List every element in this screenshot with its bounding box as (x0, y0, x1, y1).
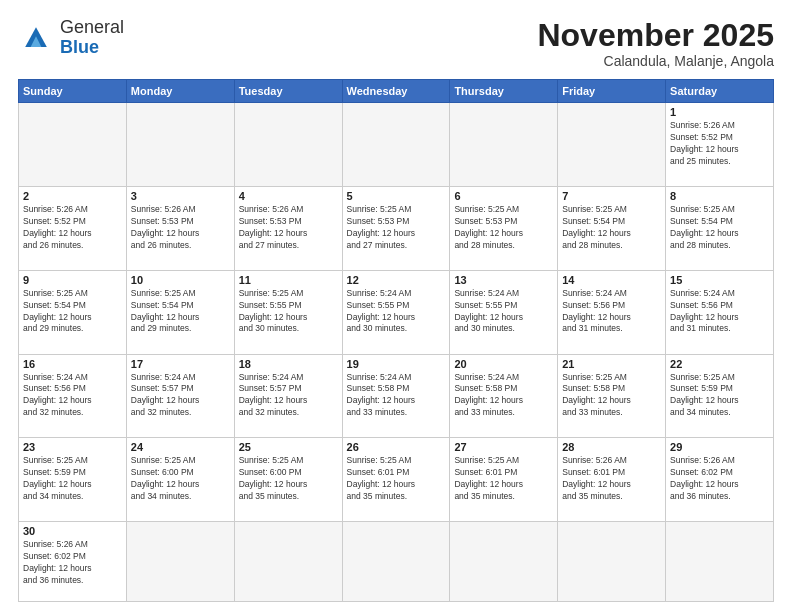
empty-cell (450, 103, 558, 187)
day-18: 18 Sunrise: 5:24 AM Sunset: 5:57 PM Dayl… (234, 354, 342, 438)
day-21: 21 Sunrise: 5:25 AM Sunset: 5:58 PM Dayl… (558, 354, 666, 438)
week-row-5: 23 Sunrise: 5:25 AM Sunset: 5:59 PM Dayl… (19, 438, 774, 522)
day-8: 8 Sunrise: 5:25 AM Sunset: 5:54 PM Dayli… (666, 186, 774, 270)
day-28: 28 Sunrise: 5:26 AM Sunset: 6:01 PM Dayl… (558, 438, 666, 522)
empty-cell (19, 103, 127, 187)
day-9: 9 Sunrise: 5:25 AM Sunset: 5:54 PM Dayli… (19, 270, 127, 354)
day-24: 24 Sunrise: 5:25 AM Sunset: 6:00 PM Dayl… (126, 438, 234, 522)
day-17: 17 Sunrise: 5:24 AM Sunset: 5:57 PM Dayl… (126, 354, 234, 438)
empty-cell (126, 522, 234, 602)
day-25: 25 Sunrise: 5:25 AM Sunset: 6:00 PM Dayl… (234, 438, 342, 522)
empty-cell (342, 103, 450, 187)
day-15: 15 Sunrise: 5:24 AM Sunset: 5:56 PM Dayl… (666, 270, 774, 354)
day-4: 4 Sunrise: 5:26 AM Sunset: 5:53 PM Dayli… (234, 186, 342, 270)
day-16: 16 Sunrise: 5:24 AM Sunset: 5:56 PM Dayl… (19, 354, 127, 438)
day-12: 12 Sunrise: 5:24 AM Sunset: 5:55 PM Dayl… (342, 270, 450, 354)
empty-cell (342, 522, 450, 602)
empty-cell (450, 522, 558, 602)
day-23: 23 Sunrise: 5:25 AM Sunset: 5:59 PM Dayl… (19, 438, 127, 522)
logo-text: General Blue (60, 18, 124, 58)
day-13: 13 Sunrise: 5:24 AM Sunset: 5:55 PM Dayl… (450, 270, 558, 354)
title-area: November 2025 Calandula, Malanje, Angola (537, 18, 774, 69)
day-26: 26 Sunrise: 5:25 AM Sunset: 6:01 PM Dayl… (342, 438, 450, 522)
day-7: 7 Sunrise: 5:25 AM Sunset: 5:54 PM Dayli… (558, 186, 666, 270)
generalblue-logo-icon (18, 20, 54, 56)
logo: General Blue (18, 18, 124, 58)
week-row-2: 2 Sunrise: 5:26 AM Sunset: 5:52 PM Dayli… (19, 186, 774, 270)
header-saturday: Saturday (666, 80, 774, 103)
day-2: 2 Sunrise: 5:26 AM Sunset: 5:52 PM Dayli… (19, 186, 127, 270)
day-14: 14 Sunrise: 5:24 AM Sunset: 5:56 PM Dayl… (558, 270, 666, 354)
weekday-header-row: Sunday Monday Tuesday Wednesday Thursday… (19, 80, 774, 103)
empty-cell (234, 103, 342, 187)
day-10: 10 Sunrise: 5:25 AM Sunset: 5:54 PM Dayl… (126, 270, 234, 354)
week-row-6: 30 Sunrise: 5:26 AM Sunset: 6:02 PM Dayl… (19, 522, 774, 602)
day-3: 3 Sunrise: 5:26 AM Sunset: 5:53 PM Dayli… (126, 186, 234, 270)
empty-cell (558, 103, 666, 187)
header-friday: Friday (558, 80, 666, 103)
empty-cell (666, 522, 774, 602)
header-monday: Monday (126, 80, 234, 103)
logo-blue: Blue (60, 37, 99, 57)
day-30: 30 Sunrise: 5:26 AM Sunset: 6:02 PM Dayl… (19, 522, 127, 602)
header-thursday: Thursday (450, 80, 558, 103)
empty-cell (126, 103, 234, 187)
calendar-table: Sunday Monday Tuesday Wednesday Thursday… (18, 79, 774, 602)
header-sunday: Sunday (19, 80, 127, 103)
day-5: 5 Sunrise: 5:25 AM Sunset: 5:53 PM Dayli… (342, 186, 450, 270)
day-1: 1 Sunrise: 5:26 AM Sunset: 5:52 PM Dayli… (666, 103, 774, 187)
header-tuesday: Tuesday (234, 80, 342, 103)
day-20: 20 Sunrise: 5:24 AM Sunset: 5:58 PM Dayl… (450, 354, 558, 438)
week-row-3: 9 Sunrise: 5:25 AM Sunset: 5:54 PM Dayli… (19, 270, 774, 354)
month-year: November 2025 (537, 18, 774, 53)
location: Calandula, Malanje, Angola (537, 53, 774, 69)
day-11: 11 Sunrise: 5:25 AM Sunset: 5:55 PM Dayl… (234, 270, 342, 354)
empty-cell (234, 522, 342, 602)
day-19: 19 Sunrise: 5:24 AM Sunset: 5:58 PM Dayl… (342, 354, 450, 438)
week-row-4: 16 Sunrise: 5:24 AM Sunset: 5:56 PM Dayl… (19, 354, 774, 438)
header-wednesday: Wednesday (342, 80, 450, 103)
logo-general: General (60, 17, 124, 37)
header: General Blue November 2025 Calandula, Ma… (18, 18, 774, 69)
day-27: 27 Sunrise: 5:25 AM Sunset: 6:01 PM Dayl… (450, 438, 558, 522)
page: General Blue November 2025 Calandula, Ma… (0, 0, 792, 612)
empty-cell (558, 522, 666, 602)
week-row-1: 1 Sunrise: 5:26 AM Sunset: 5:52 PM Dayli… (19, 103, 774, 187)
day-22: 22 Sunrise: 5:25 AM Sunset: 5:59 PM Dayl… (666, 354, 774, 438)
day-6: 6 Sunrise: 5:25 AM Sunset: 5:53 PM Dayli… (450, 186, 558, 270)
day-29: 29 Sunrise: 5:26 AM Sunset: 6:02 PM Dayl… (666, 438, 774, 522)
